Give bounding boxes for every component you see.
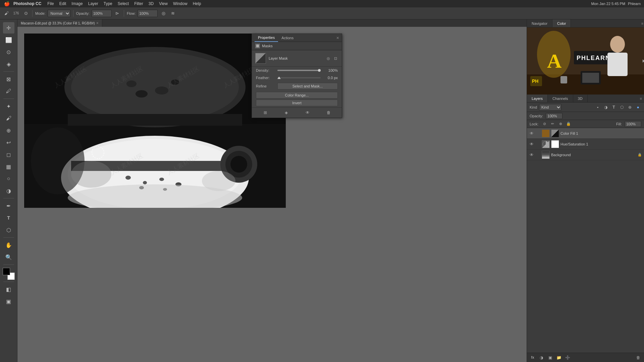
panel-options-icon[interactable]: ≡ bbox=[641, 19, 644, 27]
fp-feather-label: Feather: bbox=[256, 76, 275, 80]
lasso-tool[interactable]: ⊙ bbox=[3, 46, 14, 58]
color-swatches[interactable] bbox=[3, 268, 15, 280]
marquee-tool[interactable]: ⬜ bbox=[3, 34, 14, 46]
opacity-label: Opacity: bbox=[530, 114, 543, 118]
quick-select-tool[interactable]: ◈ bbox=[3, 58, 14, 70]
fp-add-vector-mask-icon[interactable]: ◈ bbox=[283, 109, 290, 116]
pen-tool[interactable]: ✒ bbox=[3, 200, 14, 212]
fill-value-input[interactable] bbox=[625, 121, 641, 127]
zoom-tool[interactable]: 🔍 bbox=[3, 251, 14, 263]
fp-mask-selection-icon[interactable]: ◎ bbox=[325, 55, 331, 61]
opacity-options-icon[interactable]: ⊳ bbox=[114, 10, 121, 17]
tab-color[interactable]: Color bbox=[552, 19, 571, 27]
filter-pixel-icon[interactable]: ▪ bbox=[594, 104, 601, 111]
tab-navigator[interactable]: Navigator bbox=[527, 19, 552, 27]
layer-visible-icon-0[interactable]: 👁 bbox=[529, 131, 534, 136]
brush-tool[interactable]: 🖌 bbox=[3, 113, 14, 124]
text-tool[interactable]: T bbox=[3, 212, 14, 224]
filter-adjustment-icon[interactable]: ◑ bbox=[602, 104, 609, 111]
lock-transparent-btn[interactable]: ⊘ bbox=[541, 121, 548, 127]
menu-select[interactable]: Select bbox=[115, 0, 131, 7]
add-adjustment-icon[interactable]: ◑ bbox=[538, 354, 545, 361]
menu-help[interactable]: Help bbox=[190, 0, 204, 7]
fp-invert-btn[interactable]: Invert bbox=[256, 100, 338, 106]
opacity-input[interactable] bbox=[92, 10, 112, 17]
layers-panel-menu-icon[interactable]: ≡ bbox=[638, 95, 644, 102]
apple-menu[interactable]: 🍎 bbox=[0, 1, 13, 6]
history-brush-tool[interactable]: ↩ bbox=[3, 137, 14, 148]
screen-mode-icon[interactable]: ▣ bbox=[3, 296, 14, 307]
layers-panel: Layers Channels 3D ≡ Kind Kind Name Effe… bbox=[527, 95, 644, 362]
create-group-icon[interactable]: 📁 bbox=[555, 354, 562, 361]
healing-brush-tool[interactable]: ✦ bbox=[3, 101, 14, 112]
svg-point-5 bbox=[155, 86, 168, 95]
filter-smart-icon[interactable]: ⊕ bbox=[627, 104, 633, 111]
dodge-tool[interactable]: ◑ bbox=[3, 185, 14, 196]
menu-window[interactable]: Window bbox=[170, 0, 190, 7]
hand-tool[interactable]: ✋ bbox=[3, 239, 14, 251]
fp-select-and-mask-btn[interactable]: Select and Mask... bbox=[277, 83, 338, 89]
menu-3d[interactable]: 3D bbox=[146, 0, 156, 7]
fp-tab-actions[interactable]: Actions bbox=[278, 34, 297, 42]
shape-tool[interactable]: ⬡ bbox=[3, 224, 14, 236]
blur-tool[interactable]: ○ bbox=[3, 173, 14, 184]
right-panel: Navigator Color ≡ A PH PHLEARN bbox=[527, 19, 644, 362]
add-mask-icon[interactable]: ▣ bbox=[546, 354, 554, 361]
fp-delete-mask-icon[interactable]: 🗑 bbox=[325, 109, 332, 116]
quick-mask-icon[interactable]: ◧ bbox=[3, 284, 14, 295]
fp-feather-slider[interactable] bbox=[277, 77, 321, 78]
layer-row-hue-sat-1[interactable]: 👁 Hue/Saturation 1 bbox=[527, 139, 644, 149]
menu-view[interactable]: View bbox=[156, 0, 170, 7]
tab-3d[interactable]: 3D bbox=[573, 95, 588, 102]
fp-density-slider[interactable] bbox=[277, 70, 321, 71]
create-layer-icon[interactable]: ➕ bbox=[564, 354, 571, 361]
smoothing-icon[interactable]: ≋ bbox=[169, 10, 176, 17]
foreground-color-swatch[interactable] bbox=[3, 268, 10, 275]
fill-label: Fill: bbox=[616, 122, 622, 126]
lock-all-btn[interactable]: 🔒 bbox=[565, 121, 572, 127]
layer-row-color-fill-1[interactable]: 👁 Color Fill 1 bbox=[527, 128, 644, 139]
add-style-icon[interactable]: ● bbox=[635, 104, 641, 111]
filter-shape-icon[interactable]: ⬡ bbox=[619, 104, 625, 111]
layer-visible-icon-2[interactable]: 👁 bbox=[529, 152, 534, 158]
blend-mode-select[interactable]: Normal Multiply Screen Overlay bbox=[48, 10, 70, 17]
layer-kind-filter[interactable]: Kind Name Effect Mode Attribute Color bbox=[539, 104, 561, 111]
lock-paint-btn[interactable]: ✏ bbox=[549, 121, 556, 127]
fp-add-pixel-mask-icon[interactable]: ⊞ bbox=[262, 109, 269, 116]
brush-preset-picker[interactable]: ⊙ bbox=[22, 10, 30, 17]
crop-tool[interactable]: ⊠ bbox=[3, 73, 14, 85]
fp-disable-mask-icon[interactable]: 👁 bbox=[304, 109, 311, 116]
eraser-tool[interactable]: ◻ bbox=[3, 149, 14, 160]
fp-color-range-btn[interactable]: Color Range... bbox=[256, 92, 338, 99]
airbrush-icon[interactable]: ◎ bbox=[160, 10, 167, 17]
menu-type[interactable]: Type bbox=[101, 0, 115, 7]
menu-filter[interactable]: Filter bbox=[131, 0, 146, 7]
delete-layer-icon[interactable]: 🗑 bbox=[635, 354, 642, 361]
fp-tab-properties[interactable]: Properties bbox=[255, 34, 278, 42]
menu-file[interactable]: File bbox=[45, 0, 56, 7]
fp-mask-apply-icon[interactable]: ⊡ bbox=[332, 55, 338, 61]
fp-close-icon[interactable]: × bbox=[336, 35, 339, 41]
layer-visible-icon-1[interactable]: 👁 bbox=[529, 141, 534, 147]
clone-stamp-tool[interactable]: ⊕ bbox=[3, 125, 14, 136]
kind-label: Kind bbox=[530, 105, 537, 109]
tab-layers[interactable]: Layers bbox=[527, 95, 548, 102]
menu-edit[interactable]: Edit bbox=[57, 0, 69, 7]
move-tool[interactable]: ✛ bbox=[3, 22, 14, 34]
filter-text-icon[interactable]: T bbox=[610, 104, 617, 111]
menu-image[interactable]: Image bbox=[69, 0, 85, 7]
lock-artboard-btn[interactable]: ⊕ bbox=[557, 121, 564, 127]
menu-layer[interactable]: Layer bbox=[86, 0, 101, 7]
gradient-tool[interactable]: ▦ bbox=[3, 161, 14, 172]
layer-fx-icon[interactable]: fx bbox=[529, 354, 536, 361]
brush-tool-icon[interactable]: 🖌 bbox=[3, 10, 10, 17]
canvas-tab-0[interactable]: Macaron-Edit.psd @ 33.3% (Color Fill 1, … bbox=[17, 19, 102, 27]
tab-channels[interactable]: Channels bbox=[548, 95, 573, 102]
opacity-value-input[interactable] bbox=[546, 113, 562, 119]
canvas-tab-close-icon[interactable]: × bbox=[96, 21, 99, 25]
fp-feather-thumb[interactable] bbox=[277, 77, 281, 79]
layer-row-background[interactable]: 👁 Background 🔒 bbox=[527, 149, 644, 160]
eyedropper-tool[interactable]: 🖊 bbox=[3, 85, 14, 97]
flow-input[interactable] bbox=[138, 10, 158, 17]
fp-density-thumb[interactable] bbox=[318, 69, 321, 72]
